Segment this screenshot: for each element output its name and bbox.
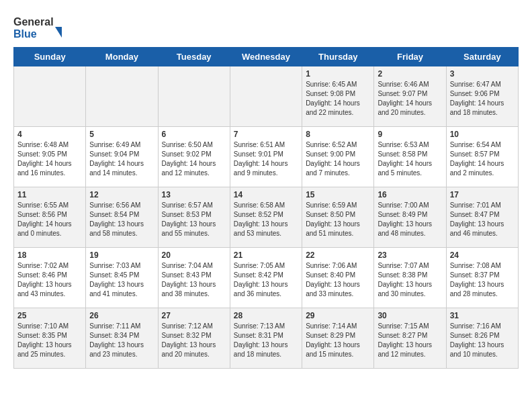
day-number: 31 — [450, 311, 515, 320]
svg-text:General: General — [13, 16, 54, 28]
calendar-cell: 3Sunrise: 6:47 AM Sunset: 9:06 PM Daylig… — [446, 66, 518, 127]
calendar-cell — [86, 66, 158, 127]
calendar-table: SundayMondayTuesdayWednesdayThursdayFrid… — [13, 47, 519, 369]
day-header-wednesday: Wednesday — [230, 48, 302, 66]
day-info: Sunrise: 6:53 AM Sunset: 8:58 PM Dayligh… — [378, 140, 442, 178]
calendar-cell: 13Sunrise: 6:57 AM Sunset: 8:53 PM Dayli… — [158, 187, 230, 248]
calendar-cell: 4Sunrise: 6:48 AM Sunset: 9:05 PM Daylig… — [14, 127, 86, 187]
day-info: Sunrise: 7:14 AM Sunset: 8:29 PM Dayligh… — [306, 322, 370, 359]
day-number: 10 — [450, 130, 515, 139]
calendar-week-2: 4Sunrise: 6:48 AM Sunset: 9:05 PM Daylig… — [14, 127, 519, 187]
day-info: Sunrise: 7:11 AM Sunset: 8:34 PM Dayligh… — [89, 322, 154, 359]
day-info: Sunrise: 6:49 AM Sunset: 9:04 PM Dayligh… — [89, 140, 154, 178]
calendar-cell: 22Sunrise: 7:06 AM Sunset: 8:40 PM Dayli… — [302, 248, 374, 308]
calendar-week-4: 18Sunrise: 7:02 AM Sunset: 8:46 PM Dayli… — [14, 248, 519, 308]
day-info: Sunrise: 6:50 AM Sunset: 9:02 PM Dayligh… — [162, 140, 226, 178]
day-number: 23 — [378, 250, 442, 260]
calendar-cell: 16Sunrise: 7:00 AM Sunset: 8:49 PM Dayli… — [374, 187, 446, 248]
day-info: Sunrise: 7:03 AM Sunset: 8:45 PM Dayligh… — [89, 261, 154, 299]
day-number: 1 — [306, 69, 370, 79]
day-header-tuesday: Tuesday — [158, 48, 230, 66]
calendar-cell: 30Sunrise: 7:15 AM Sunset: 8:27 PM Dayli… — [374, 308, 446, 369]
day-number: 2 — [378, 69, 442, 79]
day-info: Sunrise: 6:56 AM Sunset: 8:54 PM Dayligh… — [89, 201, 154, 238]
day-info: Sunrise: 6:59 AM Sunset: 8:50 PM Dayligh… — [306, 201, 370, 238]
calendar-cell: 25Sunrise: 7:10 AM Sunset: 8:35 PM Dayli… — [14, 308, 86, 369]
day-number: 17 — [450, 190, 515, 199]
day-number: 8 — [306, 130, 370, 139]
day-info: Sunrise: 6:45 AM Sunset: 9:08 PM Dayligh… — [306, 80, 370, 118]
svg-text:Blue: Blue — [13, 28, 37, 40]
calendar-cell: 21Sunrise: 7:05 AM Sunset: 8:42 PM Dayli… — [230, 248, 302, 308]
day-header-thursday: Thursday — [302, 48, 374, 66]
calendar-cell — [230, 66, 302, 127]
day-number: 26 — [89, 311, 154, 320]
logo-icon: GeneralBlue — [13, 13, 67, 40]
day-number: 20 — [162, 250, 226, 260]
calendar-cell: 8Sunrise: 6:52 AM Sunset: 9:00 PM Daylig… — [302, 127, 374, 187]
calendar-cell: 6Sunrise: 6:50 AM Sunset: 9:02 PM Daylig… — [158, 127, 230, 187]
calendar-week-1: 1Sunrise: 6:45 AM Sunset: 9:08 PM Daylig… — [14, 66, 519, 127]
day-info: Sunrise: 7:06 AM Sunset: 8:40 PM Dayligh… — [306, 261, 370, 299]
calendar-cell: 15Sunrise: 6:59 AM Sunset: 8:50 PM Dayli… — [302, 187, 374, 248]
day-info: Sunrise: 7:08 AM Sunset: 8:37 PM Dayligh… — [450, 261, 515, 299]
calendar-cell: 31Sunrise: 7:16 AM Sunset: 8:26 PM Dayli… — [446, 308, 518, 369]
day-info: Sunrise: 7:10 AM Sunset: 8:35 PM Dayligh… — [17, 322, 82, 359]
day-number: 30 — [378, 311, 442, 320]
day-info: Sunrise: 7:16 AM Sunset: 8:26 PM Dayligh… — [450, 322, 515, 359]
header: GeneralBlue — [13, 13, 519, 40]
calendar-cell: 28Sunrise: 7:13 AM Sunset: 8:31 PM Dayli… — [230, 308, 302, 369]
day-info: Sunrise: 6:52 AM Sunset: 9:00 PM Dayligh… — [306, 140, 370, 178]
day-info: Sunrise: 6:57 AM Sunset: 8:53 PM Dayligh… — [162, 201, 226, 238]
calendar-cell: 29Sunrise: 7:14 AM Sunset: 8:29 PM Dayli… — [302, 308, 374, 369]
calendar-cell: 9Sunrise: 6:53 AM Sunset: 8:58 PM Daylig… — [374, 127, 446, 187]
day-number: 13 — [162, 190, 226, 199]
calendar-cell: 14Sunrise: 6:58 AM Sunset: 8:52 PM Dayli… — [230, 187, 302, 248]
day-number: 29 — [306, 311, 370, 320]
day-header-saturday: Saturday — [446, 48, 518, 66]
calendar-cell: 24Sunrise: 7:08 AM Sunset: 8:37 PM Dayli… — [446, 248, 518, 308]
day-number: 14 — [234, 190, 298, 199]
day-number: 5 — [89, 130, 154, 139]
day-number: 25 — [17, 311, 82, 320]
calendar-cell: 7Sunrise: 6:51 AM Sunset: 9:01 PM Daylig… — [230, 127, 302, 187]
calendar-cell: 27Sunrise: 7:12 AM Sunset: 8:32 PM Dayli… — [158, 308, 230, 369]
calendar-cell: 5Sunrise: 6:49 AM Sunset: 9:04 PM Daylig… — [86, 127, 158, 187]
day-number: 18 — [17, 250, 82, 260]
calendar-cell: 1Sunrise: 6:45 AM Sunset: 9:08 PM Daylig… — [302, 66, 374, 127]
day-number: 16 — [378, 190, 442, 199]
calendar-cell — [158, 66, 230, 127]
day-info: Sunrise: 6:46 AM Sunset: 9:07 PM Dayligh… — [378, 80, 442, 118]
calendar-cell — [14, 66, 86, 127]
calendar-cell: 18Sunrise: 7:02 AM Sunset: 8:46 PM Dayli… — [14, 248, 86, 308]
calendar-cell: 17Sunrise: 7:01 AM Sunset: 8:47 PM Dayli… — [446, 187, 518, 248]
calendar-week-5: 25Sunrise: 7:10 AM Sunset: 8:35 PM Dayli… — [14, 308, 519, 369]
day-info: Sunrise: 7:04 AM Sunset: 8:43 PM Dayligh… — [162, 261, 226, 299]
day-number: 3 — [450, 69, 515, 79]
day-header-friday: Friday — [374, 48, 446, 66]
day-header-monday: Monday — [86, 48, 158, 66]
calendar-cell: 10Sunrise: 6:54 AM Sunset: 8:57 PM Dayli… — [446, 127, 518, 187]
day-number: 11 — [17, 190, 82, 199]
svg-marker-2 — [55, 27, 62, 38]
day-number: 24 — [450, 250, 515, 260]
logo: GeneralBlue — [13, 13, 67, 40]
day-info: Sunrise: 7:07 AM Sunset: 8:38 PM Dayligh… — [378, 261, 442, 299]
calendar-body: 1Sunrise: 6:45 AM Sunset: 9:08 PM Daylig… — [14, 66, 519, 369]
day-number: 6 — [162, 130, 226, 139]
day-number: 22 — [306, 250, 370, 260]
calendar-cell: 20Sunrise: 7:04 AM Sunset: 8:43 PM Dayli… — [158, 248, 230, 308]
day-number: 27 — [162, 311, 226, 320]
day-info: Sunrise: 6:47 AM Sunset: 9:06 PM Dayligh… — [450, 80, 515, 118]
day-info: Sunrise: 7:05 AM Sunset: 8:42 PM Dayligh… — [234, 261, 298, 299]
day-info: Sunrise: 7:13 AM Sunset: 8:31 PM Dayligh… — [234, 322, 298, 359]
day-number: 28 — [234, 311, 298, 320]
day-number: 12 — [89, 190, 154, 199]
day-info: Sunrise: 7:12 AM Sunset: 8:32 PM Dayligh… — [162, 322, 226, 359]
day-info: Sunrise: 6:48 AM Sunset: 9:05 PM Dayligh… — [17, 140, 82, 178]
calendar-week-3: 11Sunrise: 6:55 AM Sunset: 8:56 PM Dayli… — [14, 187, 519, 248]
day-info: Sunrise: 7:00 AM Sunset: 8:49 PM Dayligh… — [378, 201, 442, 238]
day-info: Sunrise: 6:51 AM Sunset: 9:01 PM Dayligh… — [234, 140, 298, 178]
day-info: Sunrise: 7:15 AM Sunset: 8:27 PM Dayligh… — [378, 322, 442, 359]
calendar-cell: 26Sunrise: 7:11 AM Sunset: 8:34 PM Dayli… — [86, 308, 158, 369]
